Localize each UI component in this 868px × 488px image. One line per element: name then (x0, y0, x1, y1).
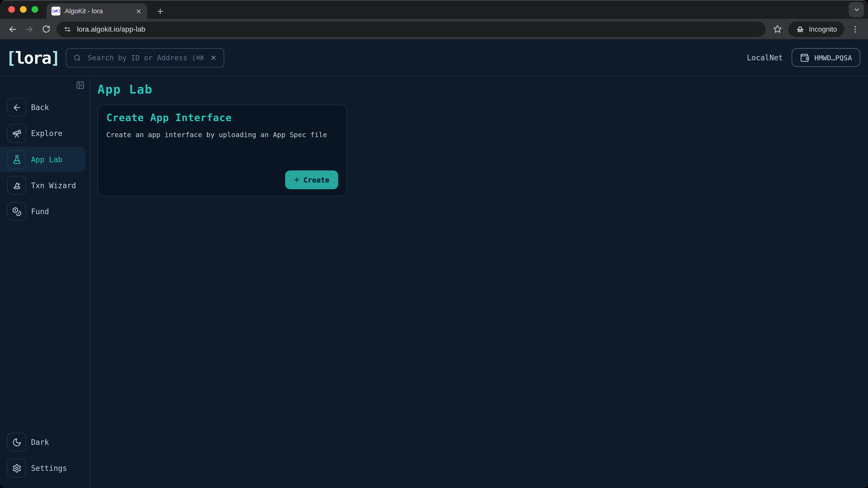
tab-close-icon[interactable] (134, 6, 143, 15)
search-bar[interactable] (66, 48, 224, 67)
sidebar-item-app-lab[interactable]: App Lab (0, 147, 86, 172)
create-button-label: Create (303, 176, 329, 184)
minimize-window-button[interactable] (20, 6, 26, 13)
telescope-icon (7, 124, 26, 143)
header-right: LocalNet HMWD…PQSA (747, 48, 860, 67)
forward-icon[interactable] (21, 21, 37, 37)
tab-title: AlgoKit - lora (65, 7, 130, 15)
sidebar-item-fund[interactable]: Fund (0, 199, 86, 224)
sidebar-item-back[interactable]: Back (0, 95, 86, 120)
search-input[interactable] (87, 53, 205, 62)
app-header: [lora] LocalNet HMWD…PQSA (0, 39, 868, 76)
zoom-window-button[interactable] (32, 6, 38, 13)
incognito-icon (796, 24, 805, 34)
browser-window: [ak] AlgoKit - lora lora.algokit.io/a (0, 0, 868, 488)
back-icon[interactable] (4, 21, 21, 37)
wizard-hat-icon (7, 176, 26, 195)
arrow-left-icon (7, 98, 26, 117)
sidebar-nav: Back Explore App Lab (0, 95, 90, 225)
create-app-interface-card: Create App Interface Create an app inter… (97, 105, 347, 197)
tab-strip: [ak] AlgoKit - lora (0, 0, 868, 19)
sidebar-item-settings[interactable]: Settings (0, 455, 86, 481)
algokit-favicon-icon: [ak] (52, 6, 60, 15)
sidebar-item-theme-dark[interactable]: Dark (0, 429, 86, 455)
scale-root: [ak] AlgoKit - lora lora.algokit.io/a (0, 0, 868, 488)
bookmark-star-icon[interactable] (769, 21, 785, 37)
sidebar: Back Explore App Lab (0, 76, 90, 488)
search-icon (73, 53, 82, 62)
new-tab-button[interactable] (152, 3, 168, 19)
wallet-address: HMWD…PQSA (814, 53, 852, 62)
sidebar-item-txn-wizard[interactable]: Txn Wizard (0, 173, 86, 198)
traffic-lights (8, 6, 38, 13)
card-description: Create an app interface by uploading an … (106, 131, 338, 139)
wallet-button[interactable]: HMWD…PQSA (792, 48, 860, 67)
browser-menu-icon[interactable] (847, 21, 864, 37)
sidebar-item-explore[interactable]: Explore (0, 121, 86, 146)
card-title: Create App Interface (106, 112, 338, 123)
incognito-badge: Incognito (788, 21, 844, 37)
url-bar[interactable]: lora.algokit.io/app-lab (57, 21, 766, 37)
gear-icon (7, 459, 26, 477)
reload-icon[interactable] (38, 21, 54, 37)
lora-logo[interactable]: [lora] (6, 48, 59, 67)
site-settings-icon[interactable] (63, 25, 72, 33)
lora-app: [lora] LocalNet HMWD…PQSA (0, 39, 868, 488)
url-text: lora.algokit.io/app-lab (77, 25, 145, 33)
main-content: App Lab Create App Interface Create an a… (90, 76, 868, 488)
close-window-button[interactable] (8, 6, 15, 13)
network-selector[interactable]: LocalNet (747, 53, 783, 62)
create-button[interactable]: + Create (285, 170, 338, 189)
search-clear-icon[interactable] (210, 54, 217, 61)
wallet-icon (800, 53, 809, 62)
incognito-label: Incognito (809, 25, 837, 33)
sidebar-footer: Dark Settings (0, 429, 90, 481)
browser-tab[interactable]: [ak] AlgoKit - lora (46, 3, 147, 19)
browser-toolbar: lora.algokit.io/app-lab Incognito (0, 19, 868, 39)
coins-icon (7, 202, 26, 221)
sidebar-collapse-icon[interactable] (76, 81, 85, 90)
plus-icon: + (294, 175, 300, 184)
moon-icon (7, 433, 26, 451)
flask-icon (7, 150, 26, 169)
page-title: App Lab (97, 82, 868, 97)
tab-search-button[interactable] (848, 2, 864, 17)
